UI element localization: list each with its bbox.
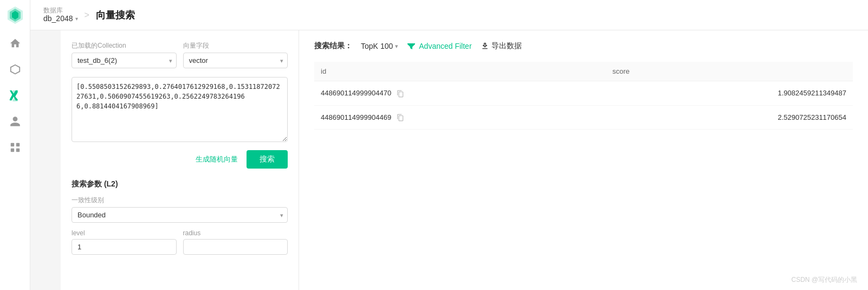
col-id: id — [314, 62, 606, 81]
results-label: 搜索结果： — [314, 41, 352, 51]
right-panel: 搜索结果： TopK 100 ▾ Advanced Filter 导出数据 — [299, 30, 868, 290]
sidebar-item-user[interactable] — [0, 108, 30, 134]
table-row: 448690114999904469 2.5290725231170654 — [314, 105, 853, 130]
vector-field-group: 向量字段 vector — [183, 41, 288, 68]
consistency-select[interactable]: Bounded — [72, 207, 288, 223]
cell-score: 1.9082459211349487 — [606, 81, 853, 106]
collection-vector-row: 已加载的Collection test_db_6(2) 向量字段 vector — [72, 41, 288, 68]
filter-icon — [407, 42, 416, 50]
collection-label: 已加载的Collection — [72, 41, 177, 50]
advanced-filter-button[interactable]: Advanced Filter — [407, 42, 471, 50]
svg-rect-5 — [10, 149, 14, 152]
action-buttons: 生成随机向量 搜索 — [72, 150, 288, 169]
search-button[interactable]: 搜索 — [247, 150, 288, 169]
chevron-down-icon: ▾ — [75, 16, 78, 22]
table-row: 448690114999904470 1.9082459211349487 — [314, 81, 853, 106]
vector-field-label: 向量字段 — [183, 41, 288, 50]
generate-random-button[interactable]: 生成随机向量 — [196, 154, 238, 164]
cell-id: 448690114999904469 — [314, 105, 606, 130]
level-group: level — [72, 229, 177, 255]
vector-input[interactable]: [0.5508503152629893,0.2764017612929168,0… — [72, 77, 288, 142]
db-name-select[interactable]: db_2048 ▾ — [43, 14, 78, 23]
level-label: level — [72, 229, 177, 237]
level-input[interactable] — [72, 239, 177, 255]
sidebar — [0, 0, 30, 290]
radius-input[interactable] — [183, 239, 288, 255]
logo — [5, 4, 25, 24]
header: 数据库 db_2048 ▾ > 向量搜索 — [30, 0, 868, 30]
params-section-title: 搜索参数 (L2) — [72, 179, 288, 189]
collection-select-wrapper: test_db_6(2) — [72, 53, 177, 68]
sidebar-item-home[interactable] — [0, 30, 30, 56]
page-title: 向量搜索 — [96, 9, 135, 22]
vector-field-select[interactable]: vector — [183, 53, 288, 68]
cell-score: 2.5290725231170654 — [606, 105, 853, 130]
radius-label: radius — [183, 229, 288, 237]
svg-rect-3 — [10, 143, 14, 146]
topk-label: TopK — [361, 42, 378, 50]
copy-icon[interactable] — [397, 90, 404, 98]
topk-value: 100 — [380, 42, 393, 50]
advanced-filter-label: Advanced Filter — [419, 42, 471, 50]
copy-icon[interactable] — [397, 114, 404, 121]
topk-select[interactable]: TopK 100 ▾ — [361, 42, 398, 50]
db-label: 数据库 — [43, 7, 78, 14]
results-table: id score 448690114999904470 1.9082459211… — [314, 62, 853, 130]
svg-rect-6 — [16, 149, 19, 152]
download-icon — [481, 42, 489, 50]
sidebar-item-apps[interactable] — [0, 134, 30, 160]
export-button[interactable]: 导出数据 — [481, 41, 522, 51]
sidebar-item-search[interactable] — [0, 82, 30, 108]
breadcrumb-separator: > — [85, 10, 89, 20]
consistency-label: 一致性级别 — [72, 196, 288, 205]
radius-group: radius — [183, 229, 288, 255]
export-label: 导出数据 — [491, 41, 522, 51]
col-score: score — [606, 62, 853, 81]
vector-field-select-wrapper: vector — [183, 53, 288, 68]
consistency-select-wrapper: Bounded — [72, 207, 288, 223]
collection-select[interactable]: test_db_6(2) — [72, 53, 177, 68]
footer-text: CSDN @写代码的小黑 — [791, 275, 857, 285]
consistency-group: 一致性级别 Bounded — [72, 196, 288, 223]
params-row: level radius — [72, 229, 288, 255]
svg-rect-4 — [16, 143, 19, 146]
cell-id: 448690114999904470 — [314, 81, 606, 106]
table-header: id score — [314, 62, 853, 81]
collection-group: 已加载的Collection test_db_6(2) — [72, 41, 177, 68]
main-content: 已加载的Collection test_db_6(2) 向量字段 vector … — [61, 30, 868, 290]
left-panel: 已加载的Collection test_db_6(2) 向量字段 vector … — [61, 30, 299, 290]
results-header: 搜索结果： TopK 100 ▾ Advanced Filter 导出数据 — [314, 41, 853, 51]
sidebar-item-cube[interactable] — [0, 56, 30, 82]
results-tbody: 448690114999904470 1.9082459211349487 44… — [314, 81, 853, 130]
chevron-down-icon: ▾ — [395, 43, 398, 50]
